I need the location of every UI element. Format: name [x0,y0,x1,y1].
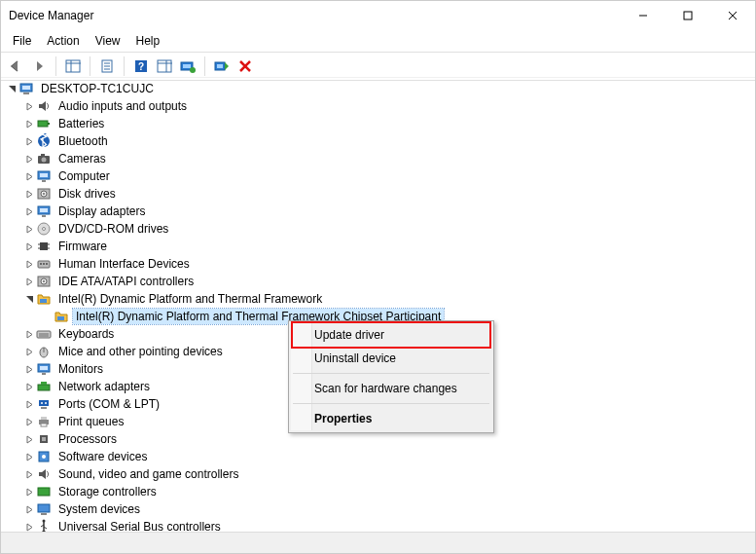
category-ide[interactable]: IDE ATA/ATAPI controllers [3,273,755,290]
svg-rect-79 [38,504,50,512]
category-usb[interactable]: Universal Serial Bus controllers [3,518,755,532]
ctx-properties[interactable]: Properties [291,407,491,430]
menu-file[interactable]: File [5,32,39,50]
tree-node-label: Keyboards [55,326,117,342]
svg-rect-40 [42,215,46,217]
category-batteries[interactable]: Batteries [3,115,755,132]
expand-icon[interactable] [22,327,36,341]
svg-point-28 [38,135,50,147]
expand-icon[interactable] [22,152,36,166]
mouse-icon [36,344,52,359]
svg-point-77 [42,455,46,459]
maximize-button[interactable] [666,1,710,30]
expand-icon[interactable] [22,397,36,411]
expand-icon[interactable] [22,275,36,288]
properties-button[interactable] [96,55,118,77]
expand-icon[interactable] [22,99,36,113]
tree-node-label: Disk drives [55,186,119,202]
toolbar-separator [90,56,90,76]
expand-icon[interactable] [22,380,36,393]
toolbar-separator [204,56,205,76]
scan-hardware-button[interactable] [211,55,233,77]
svg-rect-64 [42,373,46,375]
category-software[interactable]: Software devices [3,448,755,465]
tree-root[interactable]: DESKTOP-TC1CUJC [3,80,755,97]
uninstall-device-button[interactable] [234,55,256,77]
expand-icon[interactable] [22,485,36,499]
svg-point-68 [41,402,43,404]
expand-icon[interactable] [22,257,36,271]
help-button[interactable]: ? [130,55,152,77]
svg-point-37 [43,193,45,195]
nav-back-button[interactable] [5,55,26,77]
expand-icon[interactable] [22,345,36,358]
expand-icon[interactable] [22,432,36,446]
svg-rect-70 [41,407,47,409]
category-hid[interactable]: Human Interface Devices [3,255,755,273]
svg-rect-66 [41,382,47,385]
expand-icon[interactable] [22,240,36,253]
svg-rect-80 [41,513,47,515]
svg-rect-51 [46,263,48,265]
minimize-button[interactable] [621,1,666,30]
category-cameras[interactable]: Cameras [3,150,755,167]
expand-icon[interactable] [22,187,36,201]
expand-icon[interactable] [22,467,36,481]
device-tree-pane[interactable]: DESKTOP-TC1CUJCAudio inputs and outputsB… [1,77,755,532]
monitor-icon [36,361,52,377]
svg-point-42 [43,228,46,231]
menu-help[interactable]: Help [128,32,168,50]
show-hide-tree-button[interactable] [62,55,84,77]
expand-icon[interactable] [22,415,36,428]
nav-forward-button[interactable] [28,55,50,77]
collapse-icon[interactable] [22,292,36,306]
ctx-scan-hardware[interactable]: Scan for hardware changes [291,377,491,400]
menu-bar: File Action View Help [1,30,755,52]
tree-node-label: Storage controllers [55,484,160,499]
usb-icon [36,519,52,532]
expand-icon[interactable] [22,222,36,236]
menu-action[interactable]: Action [39,32,87,50]
category-firmware[interactable]: Firmware [3,238,755,255]
category-dvd[interactable]: DVD/CD-ROM drives [3,220,755,238]
chip-icon [36,239,52,254]
tree-node-label: System devices [55,501,143,517]
tree-node-label: Bluetooth [55,133,111,149]
category-bluetooth[interactable]: Bluetooth [3,132,755,150]
expand-icon[interactable] [22,204,36,218]
category-diskdrives[interactable]: Disk drives [3,185,755,203]
expand-icon[interactable] [22,169,36,183]
svg-point-30 [42,158,47,163]
category-sound[interactable]: Sound, video and game controllers [3,465,755,483]
expand-icon[interactable] [22,117,36,130]
category-system[interactable]: System devices [3,500,755,518]
expand-icon[interactable] [22,362,36,376]
expand-icon[interactable] [22,520,36,532]
svg-rect-24 [22,86,30,90]
menu-view[interactable]: View [88,32,128,50]
ctx-update-driver[interactable]: Update driver [291,321,491,349]
category-display[interactable]: Display adapters [3,203,755,220]
update-driver-button[interactable] [177,55,198,77]
category-computer[interactable]: Computer [3,167,755,185]
ctx-uninstall-device[interactable]: Uninstall device [291,347,491,370]
toolbar-separator [55,56,56,76]
category-audio[interactable]: Audio inputs and outputs [3,97,755,115]
svg-rect-65 [38,385,50,390]
collapse-icon[interactable] [5,82,18,95]
hid-icon [36,256,52,272]
action-list-button[interactable] [154,55,175,77]
disk-icon [36,186,52,202]
device-tree: DESKTOP-TC1CUJCAudio inputs and outputsB… [1,78,755,532]
toolbar-separator [124,56,125,76]
svg-rect-56 [57,316,64,320]
tree-node-label: Sound, video and game controllers [55,466,241,482]
category-storage[interactable]: Storage controllers [3,483,755,500]
svg-point-54 [43,280,45,282]
close-button[interactable] [710,1,755,30]
expand-icon[interactable] [22,134,36,148]
category-dptf[interactable]: Intel(R) Dynamic Platform and Thermal Fr… [3,290,755,308]
expand-icon[interactable] [22,502,36,516]
tree-node-label: Intel(R) Dynamic Platform and Thermal Fr… [55,291,325,307]
expand-icon[interactable] [22,450,36,463]
